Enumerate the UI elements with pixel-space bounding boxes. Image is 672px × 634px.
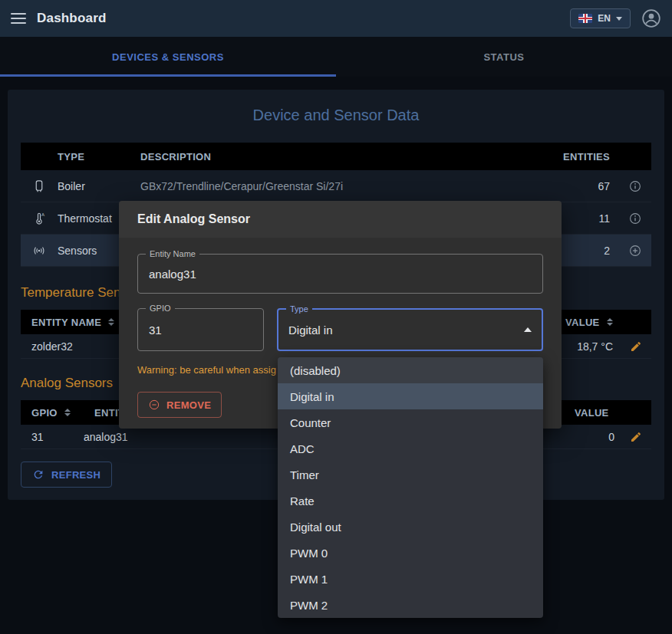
refresh-icon — [32, 468, 44, 481]
row-action-cell — [616, 340, 651, 353]
entity-name-field-value: analog31 — [149, 268, 196, 281]
app-bar: Dashboard EN — [0, 0, 672, 37]
type-option[interactable]: PWM 0 — [278, 540, 543, 566]
device-action-cell — [613, 212, 651, 225]
chevron-down-icon — [616, 17, 622, 21]
value-header-label: VALUE — [575, 407, 609, 419]
col-header-type: TYPE — [58, 151, 140, 163]
table-row-boiler[interactable]: Boiler GBx72/Trendline/Cerapur/Greenstar… — [21, 170, 651, 202]
tab-devices-sensors[interactable]: DEVICES & SENSORS — [0, 37, 336, 77]
type-dropdown-menu: (disabled) Digital in Counter ADC Timer … — [278, 357, 543, 618]
value-header-label: VALUE — [565, 317, 600, 328]
device-description: GBx72/Trendline/Cerapur/Greenstar Si/27i — [140, 180, 548, 192]
col-header-value: VALUE — [555, 317, 616, 328]
gpio-field[interactable]: GPIO 31 — [137, 308, 264, 351]
remove-button[interactable]: REMOVE — [137, 392, 222, 418]
type-option[interactable]: ADC — [278, 435, 543, 462]
entity-name-field-label: Entity Name — [146, 249, 199, 259]
gpio-header-label: GPIO — [31, 407, 58, 419]
device-action-cell — [613, 179, 651, 193]
entity-name-field[interactable]: Entity Name analog31 — [137, 254, 543, 294]
type-option[interactable]: Rate — [278, 488, 543, 514]
app-title: Dashboard — [37, 11, 107, 26]
sort-icon[interactable] — [607, 318, 613, 326]
person-icon — [641, 8, 661, 28]
type-option[interactable]: Digital out — [278, 514, 543, 540]
col-header-description: DESCRIPTION — [140, 151, 548, 163]
info-icon[interactable] — [628, 179, 642, 193]
type-option[interactable]: Timer — [278, 462, 543, 488]
col-header-gpio: GPIO — [21, 407, 84, 419]
language-label: EN — [598, 13, 611, 24]
type-option[interactable]: PWM 2 — [278, 592, 543, 618]
add-icon[interactable] — [628, 244, 642, 258]
type-select[interactable]: Type Digital in — [277, 308, 543, 351]
remove-button-label: REMOVE — [166, 399, 211, 411]
devices-table-header: TYPE DESCRIPTION ENTITIES — [21, 143, 651, 170]
type-option[interactable]: PWM 1 — [278, 566, 543, 592]
entity-name-header-label: ENTITY NAME — [31, 317, 101, 328]
col-header-entities: ENTITIES — [548, 151, 613, 163]
edit-pencil-icon[interactable] — [630, 340, 642, 353]
device-type: Boiler — [58, 180, 140, 192]
gpio-field-value: 31 — [149, 324, 162, 337]
uk-flag-icon — [578, 14, 592, 23]
boiler-icon — [21, 179, 58, 193]
sort-icon[interactable] — [108, 318, 114, 326]
device-entities-count: 67 — [548, 180, 613, 192]
type-option[interactable]: Digital in — [278, 383, 543, 409]
minus-circle-icon — [148, 399, 160, 411]
tab-status[interactable]: STATUS — [336, 37, 672, 77]
info-icon[interactable] — [628, 212, 642, 225]
value-cell: 0 — [564, 431, 618, 443]
type-select-label: Type — [286, 304, 312, 314]
gpio-field-label: GPIO — [146, 304, 175, 314]
type-option[interactable]: Counter — [278, 409, 543, 435]
page-title: Device and Sensor Data — [21, 107, 651, 124]
svg-text:A: A — [41, 212, 44, 217]
chevron-up-icon — [524, 327, 532, 332]
type-select-value: Digital in — [288, 324, 333, 337]
menu-icon[interactable] — [11, 11, 26, 25]
language-selector[interactable]: EN — [570, 8, 631, 28]
avatar[interactable] — [641, 8, 661, 28]
field-row: GPIO 31 Type Digital in — [137, 308, 543, 351]
device-action-cell — [613, 244, 651, 258]
sensors-icon — [21, 244, 58, 258]
value-cell: 18,7 °C — [555, 340, 616, 353]
edit-pencil-icon[interactable] — [630, 431, 642, 443]
dialog-title: Edit Analog Sensor — [119, 201, 562, 238]
tab-bar: DEVICES & SENSORS STATUS — [0, 37, 672, 77]
thermostat-icon: A — [21, 212, 58, 225]
gpio-cell: 31 — [21, 431, 84, 443]
row-action-cell — [618, 431, 651, 443]
refresh-button[interactable]: REFRESH — [21, 462, 112, 488]
type-option[interactable]: (disabled) — [278, 357, 543, 383]
sort-icon[interactable] — [64, 409, 71, 416]
refresh-button-label: REFRESH — [51, 469, 100, 481]
col-header-value: VALUE — [564, 407, 618, 419]
